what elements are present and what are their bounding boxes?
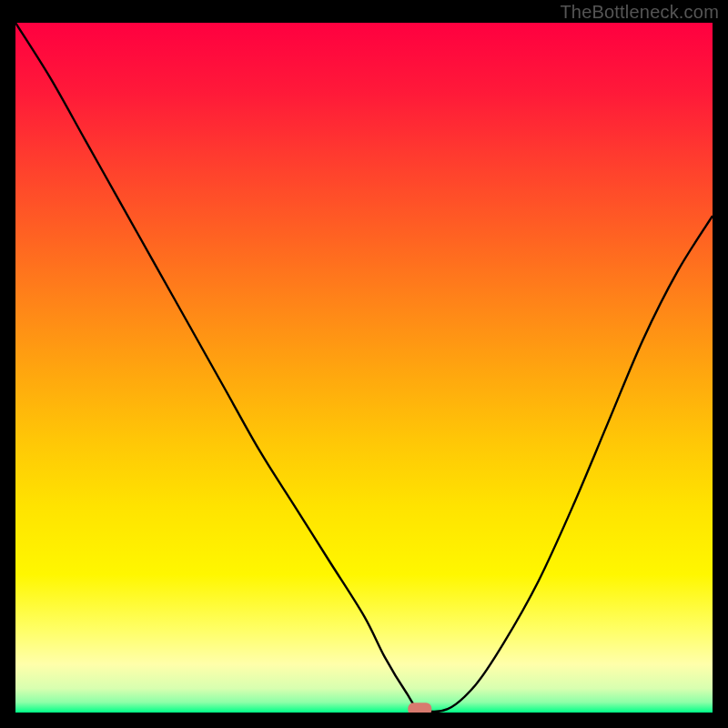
chart-frame: TheBottleneck.com bbox=[0, 0, 728, 728]
watermark-text: TheBottleneck.com bbox=[560, 2, 719, 23]
optimal-marker bbox=[408, 703, 431, 713]
plot-area bbox=[15, 23, 713, 713]
bottleneck-chart bbox=[15, 23, 713, 713]
gradient-background bbox=[15, 23, 713, 713]
